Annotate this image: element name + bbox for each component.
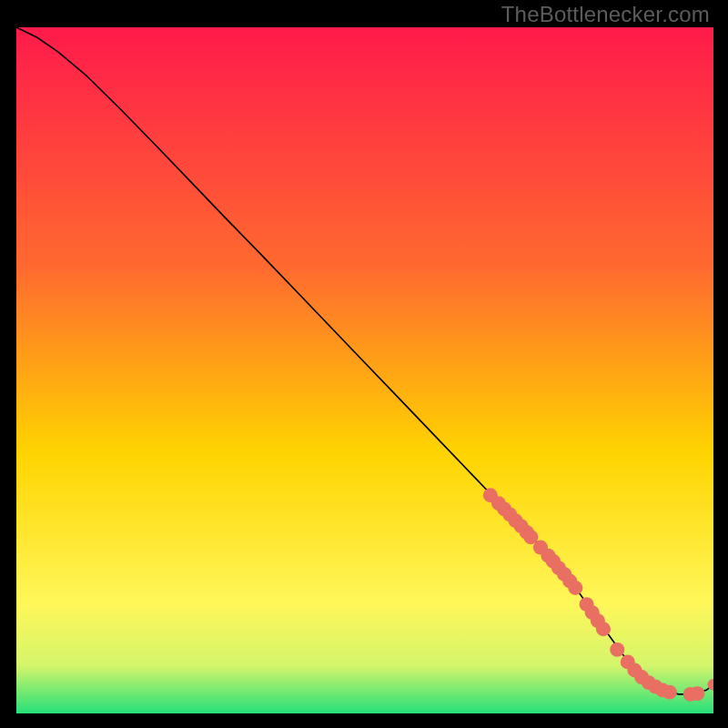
chart-stage: TheBottlenecker.com <box>0 0 728 728</box>
data-marker <box>690 686 704 701</box>
data-marker <box>662 685 677 700</box>
data-marker <box>568 581 582 595</box>
gradient-background <box>16 27 713 713</box>
watermark-text: TheBottlenecker.com <box>501 2 710 27</box>
data-marker <box>596 622 611 636</box>
data-marker <box>610 642 624 657</box>
bottleneck-chart <box>16 27 713 713</box>
